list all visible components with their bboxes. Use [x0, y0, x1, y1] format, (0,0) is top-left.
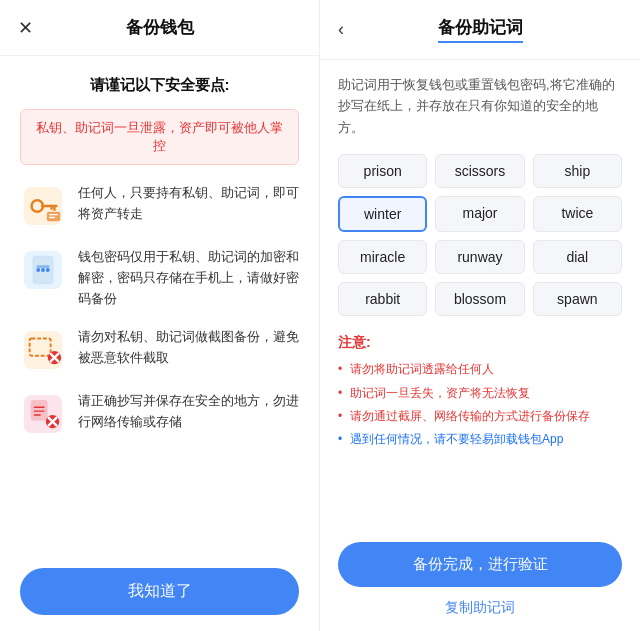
- left-content: 请谨记以下安全要点: 私钥、助记词一旦泄露，资产即可被他人掌控 任何人，只: [0, 56, 319, 552]
- note-item-1: 助记词一旦丢失，资产将无法恢复: [338, 382, 622, 405]
- key-icon-area: [20, 183, 66, 229]
- word-chip: dial: [533, 240, 622, 274]
- svg-rect-5: [47, 212, 60, 222]
- right-header: ‹ 备份助记词: [320, 0, 640, 60]
- word-chip: spawn: [533, 282, 622, 316]
- svg-point-12: [46, 268, 50, 272]
- back-icon[interactable]: ‹: [338, 19, 344, 40]
- notes-list: 请勿将助记词透露给任何人助记词一旦丢失，资产将无法恢复请勿通过截屏、网络传输的方…: [338, 358, 622, 451]
- svg-point-10: [36, 268, 40, 272]
- word-chip: rabbit: [338, 282, 427, 316]
- security-item-password-text: 钱包密码仅用于私钥、助记词的加密和解密，密码只存储在手机上，请做好密码备份: [78, 247, 299, 309]
- svg-point-11: [41, 268, 45, 272]
- word-chip: scissors: [435, 154, 524, 188]
- word-chip: runway: [435, 240, 524, 274]
- security-item-key: 任何人，只要持有私钥、助记词，即可将资产转走: [20, 183, 299, 229]
- word-chip: major: [435, 196, 524, 232]
- left-panel: ✕ 备份钱包 请谨记以下安全要点: 私钥、助记词一旦泄露，资产即可被他人掌控: [0, 0, 320, 631]
- screenshot-icon: [22, 329, 64, 371]
- security-item-storage-text: 请正确抄写并保存在安全的地方，勿进行网络传输或存储: [78, 391, 299, 433]
- word-chip: twice: [533, 196, 622, 232]
- right-panel: ‹ 备份助记词 助记词用于恢复钱包或重置钱包密码,将它准确的抄写在纸上，并存放在…: [320, 0, 640, 631]
- word-chip: winter: [338, 196, 427, 232]
- close-icon[interactable]: ✕: [18, 17, 33, 39]
- warning-box: 私钥、助记词一旦泄露，资产即可被他人掌控: [20, 109, 299, 165]
- right-content: 助记词用于恢复钱包或重置钱包密码,将它准确的抄写在纸上，并存放在只有你知道的安全…: [320, 60, 640, 530]
- security-item-password: 钱包密码仅用于私钥、助记词的加密和解密，密码只存储在手机上，请做好密码备份: [20, 247, 299, 309]
- word-chip: ship: [533, 154, 622, 188]
- storage-icon-area: [20, 391, 66, 437]
- security-heading: 请谨记以下安全要点:: [20, 76, 299, 95]
- svg-rect-20: [32, 401, 47, 420]
- password-icon: [22, 249, 64, 291]
- key-icon: [22, 185, 64, 227]
- right-title: 备份助记词: [438, 16, 523, 43]
- word-chip: miracle: [338, 240, 427, 274]
- left-title: 备份钱包: [126, 16, 194, 39]
- verify-button[interactable]: 备份完成，进行验证: [338, 542, 622, 587]
- storage-icon: [22, 393, 64, 435]
- mnemonic-description: 助记词用于恢复钱包或重置钱包密码,将它准确的抄写在纸上，并存放在只有你知道的安全…: [338, 74, 622, 138]
- security-item-storage: 请正确抄写并保存在安全的地方，勿进行网络传输或存储: [20, 391, 299, 437]
- screenshot-icon-area: [20, 327, 66, 373]
- note-item-3: 遇到任何情况，请不要轻易卸载钱包App: [338, 428, 622, 451]
- know-button[interactable]: 我知道了: [20, 568, 299, 615]
- copy-mnemonic-link[interactable]: 复制助记词: [338, 597, 622, 621]
- security-item-screenshot: 请勿对私钥、助记词做截图备份，避免被恶意软件截取: [20, 327, 299, 373]
- note-item-2: 请勿通过截屏、网络传输的方式进行备份保存: [338, 405, 622, 428]
- password-icon-area: [20, 247, 66, 293]
- security-item-screenshot-text: 请勿对私钥、助记词做截图备份，避免被恶意软件截取: [78, 327, 299, 369]
- left-header: ✕ 备份钱包: [0, 0, 319, 56]
- word-chip: blossom: [435, 282, 524, 316]
- security-item-key-text: 任何人，只要持有私钥、助记词，即可将资产转走: [78, 183, 299, 225]
- svg-rect-13: [36, 265, 49, 268]
- note-item-0: 请勿将助记词透露给任何人: [338, 358, 622, 381]
- left-footer: 我知道了: [0, 552, 319, 631]
- mnemonic-words-grid: prisonscissorsshipwintermajortwicemiracl…: [338, 154, 622, 316]
- notes-title: 注意:: [338, 334, 622, 352]
- notes-section: 注意: 请勿将助记词透露给任何人助记词一旦丢失，资产将无法恢复请勿通过截屏、网络…: [338, 334, 622, 451]
- right-footer: 备份完成，进行验证 复制助记词: [320, 530, 640, 631]
- word-chip: prison: [338, 154, 427, 188]
